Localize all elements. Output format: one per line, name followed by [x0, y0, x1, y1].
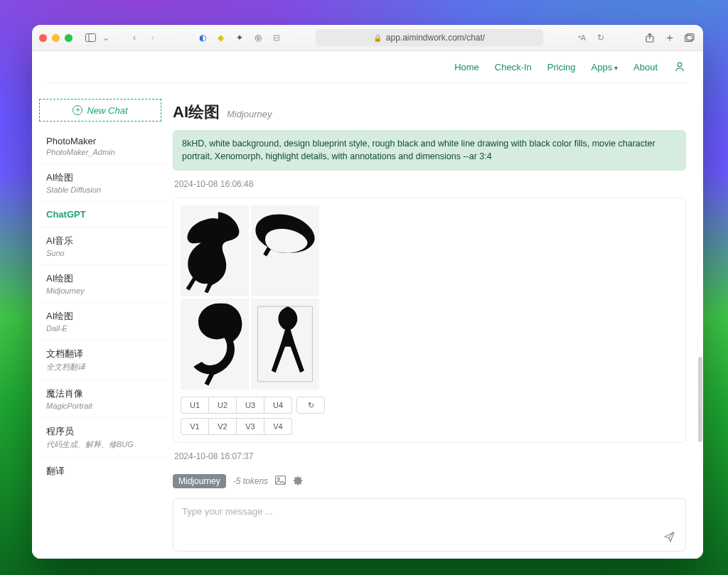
send-button[interactable] [661, 528, 678, 545]
new-chat-button[interactable]: + New Chat [39, 99, 161, 122]
mj-image-grid[interactable] [181, 205, 319, 389]
message-input-area [173, 498, 686, 552]
reader-icon[interactable]: ᵃA [576, 31, 589, 44]
mj-u1-button[interactable]: U1 [181, 397, 209, 414]
composer-toolbar: Midjourney -5 tokens [173, 474, 686, 488]
timestamp-1: 2024-10-08 16:06:48 [173, 176, 686, 192]
plus-icon: + [73, 105, 82, 115]
mj-u3-button[interactable]: U3 [237, 397, 264, 414]
mj-image-1[interactable] [181, 205, 249, 296]
nav-separator [48, 82, 687, 83]
extension-icon-3[interactable]: ✦ [233, 31, 246, 44]
window-controls [39, 34, 73, 42]
nav-pricing[interactable]: Pricing [547, 62, 576, 72]
token-count: -5 tokens [233, 476, 268, 486]
new-chat-label: New Chat [87, 105, 127, 116]
browser-window: ⌄ ‹ › ◐ ◆ ✦ ◎ ⊟ 🔒 app.aimindwork.com/cha… [32, 25, 703, 559]
url-text: app.aimindwork.com/chat/ [386, 33, 485, 43]
user-prompt-text: 8kHD, white background, design blueprint… [182, 139, 655, 161]
page-title: AI绘图 Midjourney [173, 102, 686, 123]
model-tag[interactable]: Midjourney [173, 474, 226, 488]
svg-rect-0 [85, 34, 95, 42]
new-tab-button[interactable]: ＋ [663, 31, 676, 44]
nav-about[interactable]: About [633, 62, 658, 72]
settings-icon[interactable] [293, 475, 303, 488]
reload-button[interactable]: ↻ [594, 31, 607, 44]
chat-sidebar: + New Chat PhotoMaker PhotoMaker_Admin A… [32, 92, 167, 559]
svg-point-11 [278, 478, 280, 480]
forward-button[interactable]: › [146, 31, 159, 44]
sidebar-item-stablediffusion[interactable]: AI绘图 Stable Diffusion [39, 164, 167, 202]
sidebar-item-doctranslate[interactable]: 文档翻译 全文档翻译 [39, 340, 167, 380]
sidebar-item-translate[interactable]: 翻译 [39, 458, 167, 485]
sidebar-item-magicportrait[interactable]: 魔法肖像 MagicPortrait [39, 380, 167, 418]
mj-v3-button[interactable]: V3 [237, 418, 264, 435]
extension-icon-5[interactable]: ⊟ [270, 31, 283, 44]
user-prompt-bubble: 8kHD, white background, design blueprint… [173, 130, 686, 171]
sidebar-item-programmer[interactable]: 程序员 代码生成、解释、修BUG [39, 418, 167, 458]
mj-image-3[interactable] [181, 299, 249, 389]
mj-v4-button[interactable]: V4 [264, 418, 292, 435]
nav-apps-dropdown[interactable]: Apps [592, 62, 618, 72]
back-button[interactable]: ‹ [128, 31, 141, 44]
nav-home[interactable]: Home [454, 62, 479, 72]
share-button[interactable] [643, 31, 656, 44]
extension-icon-4[interactable]: ◎ [252, 31, 264, 44]
sidebar-item-dalle[interactable]: AI绘图 Dall-E [39, 303, 167, 340]
close-window-button[interactable] [39, 34, 47, 42]
browser-toolbar: ⌄ ‹ › ◐ ◆ ✦ ◎ ⊟ 🔒 app.aimindwork.com/cha… [32, 25, 703, 51]
page-content: Home Check-In Pricing Apps About + New C… [32, 51, 703, 559]
scrollbar-thumb[interactable] [698, 357, 702, 442]
zoom-window-button[interactable] [65, 34, 73, 42]
chevron-down-icon[interactable]: ⌄ [102, 31, 109, 44]
sidebar-item-chatgpt[interactable]: ChatGPT [39, 202, 167, 227]
mj-variation-row: V1 V2 V3 V4 [181, 418, 678, 435]
top-nav: Home Check-In Pricing Apps About [32, 51, 703, 82]
mj-u4-button[interactable]: U4 [264, 397, 292, 414]
mj-result-card: U1 U2 U3 U4 ↻ V1 V2 [173, 198, 686, 443]
mj-image-4[interactable] [251, 299, 319, 389]
lock-icon: 🔒 [373, 34, 382, 42]
sidebar-item-photomaker[interactable]: PhotoMaker PhotoMaker_Admin [39, 129, 167, 164]
timestamp-2: 2024-10-08 16:07:37 [173, 448, 686, 464]
image-attach-icon[interactable] [275, 475, 286, 487]
refresh-icon: ↻ [308, 401, 314, 410]
desktop-wallpaper: ⌄ ‹ › ◐ ◆ ✦ ◎ ⊟ 🔒 app.aimindwork.com/cha… [0, 0, 728, 575]
address-bar[interactable]: 🔒 app.aimindwork.com/chat/ [316, 29, 543, 46]
extension-icon-1[interactable]: ◐ [196, 31, 209, 44]
page-title-text: AI绘图 [173, 102, 220, 123]
page-subtitle-text: Midjourney [227, 109, 272, 119]
nav-checkin[interactable]: Check-In [495, 62, 532, 72]
svg-point-5 [678, 63, 682, 67]
minimize-window-button[interactable] [52, 34, 60, 42]
sidebar-item-midjourney[interactable]: AI绘图 Midjourney [39, 265, 167, 303]
mj-v2-button[interactable]: V2 [209, 418, 237, 435]
svg-rect-3 [685, 36, 692, 42]
tabs-overview-button[interactable] [683, 31, 696, 44]
main-column: AI绘图 Midjourney 8kHD, white background, … [167, 92, 703, 559]
message-input[interactable] [173, 499, 685, 551]
conversation-scroll: 8kHD, white background, design blueprint… [173, 130, 686, 552]
extension-icon-2[interactable]: ◆ [215, 31, 228, 44]
svg-rect-4 [687, 34, 694, 41]
mj-image-2[interactable] [251, 205, 319, 296]
user-icon[interactable] [673, 60, 686, 73]
mj-reroll-button[interactable]: ↻ [296, 397, 325, 414]
sidebar-item-suno[interactable]: AI音乐 Suno [39, 227, 167, 265]
sidebar-toggle-button[interactable] [84, 31, 97, 44]
mj-upscale-row: U1 U2 U3 U4 ↻ [181, 397, 678, 414]
mj-u2-button[interactable]: U2 [209, 397, 237, 414]
mj-v1-button[interactable]: V1 [181, 418, 209, 435]
